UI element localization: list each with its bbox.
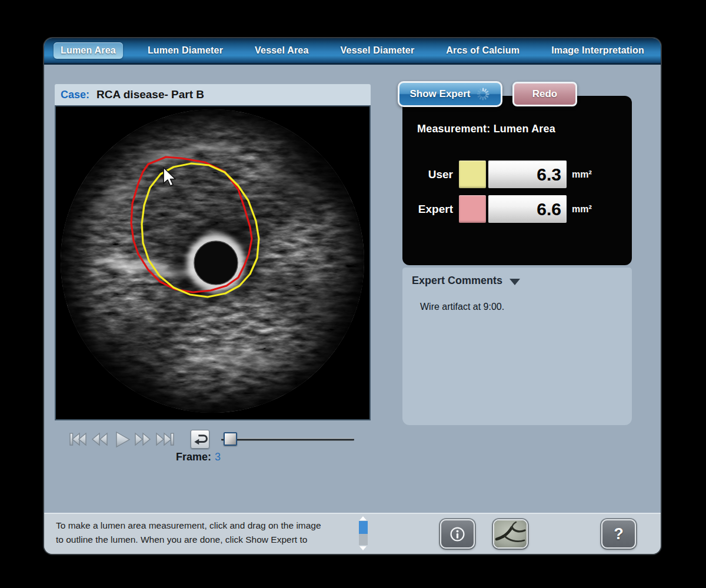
instruction-line-2: to outline the lumen. When you are done,… — [56, 533, 385, 547]
angiogram-thumbnail-icon — [494, 520, 527, 547]
user-color-swatch — [459, 161, 486, 188]
user-unit: mm² — [572, 169, 592, 180]
scroll-thumb[interactable] — [359, 521, 368, 534]
frame-slider[interactable] — [221, 432, 354, 447]
expert-comment-text: Wire artifact at 9:00. — [420, 302, 504, 312]
info-icon — [449, 526, 465, 542]
tab-lumen-diameter[interactable]: Lumen Diameter — [141, 42, 230, 59]
fast-forward-button[interactable] — [133, 429, 153, 449]
skip-to-end-button[interactable] — [155, 429, 175, 449]
desktop-background: Lumen Area Lumen Diameter Vessel Area Ve… — [0, 0, 706, 588]
ivus-image-canvas[interactable] — [55, 105, 371, 420]
instruction-scrollbar[interactable] — [357, 515, 369, 553]
loop-icon — [191, 430, 209, 449]
frame-label: Frame: — [176, 451, 211, 463]
expert-value: 6.6 — [488, 195, 567, 223]
scroll-track[interactable] — [359, 534, 368, 545]
measurement-panel: Measurement: Lumen Area User 6.3 mm² Exp… — [402, 96, 632, 265]
scroll-up-icon[interactable] — [359, 516, 367, 520]
frame-slider-thumb[interactable] — [224, 432, 237, 446]
show-expert-label: Show Expert — [410, 88, 471, 100]
redo-button[interactable]: Redo — [512, 82, 577, 106]
angiogram-button[interactable] — [493, 519, 528, 549]
spinner-icon — [476, 87, 490, 101]
help-icon: ? — [614, 525, 624, 543]
scroll-down-icon[interactable] — [359, 546, 367, 550]
expert-comments-panel: Expert Comments Wire artifact at 9:00. — [402, 268, 632, 425]
expert-unit: mm² — [572, 204, 592, 215]
loop-button[interactable] — [191, 430, 209, 449]
tab-bar: Lumen Area Lumen Diameter Vessel Area Ve… — [44, 38, 661, 65]
rewind-button[interactable] — [89, 429, 109, 449]
tab-vessel-diameter[interactable]: Vessel Diameter — [334, 42, 422, 59]
instruction-line-1: To make a lumen area measurement, click … — [56, 519, 385, 533]
case-header: Case: RCA disease- Part B — [55, 84, 371, 105]
playback-controls — [55, 427, 371, 451]
tab-lumen-area[interactable]: Lumen Area — [54, 42, 123, 59]
comments-dropdown-icon[interactable] — [509, 279, 520, 285]
app-window: Lumen Area Lumen Diameter Vessel Area Ve… — [44, 38, 661, 554]
tab-image-interpretation[interactable]: Image Interpretation — [544, 42, 651, 59]
expert-comments-header[interactable]: Expert Comments — [412, 275, 520, 287]
row-label: User — [402, 168, 459, 181]
measurement-row-expert: Expert 6.6 mm² — [402, 195, 632, 223]
measurement-row-user: User 6.3 mm² — [402, 161, 632, 188]
info-button[interactable] — [440, 519, 475, 549]
row-label: Expert — [402, 203, 459, 216]
help-button[interactable]: ? — [601, 519, 636, 549]
skip-to-start-icon — [68, 429, 88, 450]
tab-vessel-area[interactable]: Vessel Area — [248, 42, 315, 59]
case-label: Case: — [61, 89, 89, 101]
user-value: 6.3 — [488, 161, 567, 188]
expert-color-swatch — [459, 195, 486, 223]
frame-slider-track[interactable] — [221, 438, 354, 441]
frame-value: 3 — [215, 451, 221, 463]
measurement-title: Measurement: Lumen Area — [417, 123, 555, 135]
footer-bar: To make a lumen area measurement, click … — [44, 513, 661, 554]
play-button[interactable] — [111, 429, 131, 449]
instruction-text: To make a lumen area measurement, click … — [56, 519, 385, 547]
show-expert-button[interactable]: Show Expert — [398, 81, 502, 107]
frame-indicator: Frame:3 — [176, 451, 221, 463]
play-icon — [111, 429, 131, 450]
tab-arcs-of-calcium[interactable]: Arcs of Calcium — [439, 42, 527, 59]
expert-comments-title: Expert Comments — [412, 275, 502, 287]
skip-to-start-button[interactable] — [68, 429, 88, 449]
redo-label: Redo — [532, 88, 558, 100]
ultrasound-image — [56, 106, 369, 419]
case-title: RCA disease- Part B — [96, 88, 204, 101]
fast-forward-icon — [133, 429, 153, 450]
skip-to-end-icon — [155, 429, 175, 450]
rewind-icon — [89, 429, 109, 450]
